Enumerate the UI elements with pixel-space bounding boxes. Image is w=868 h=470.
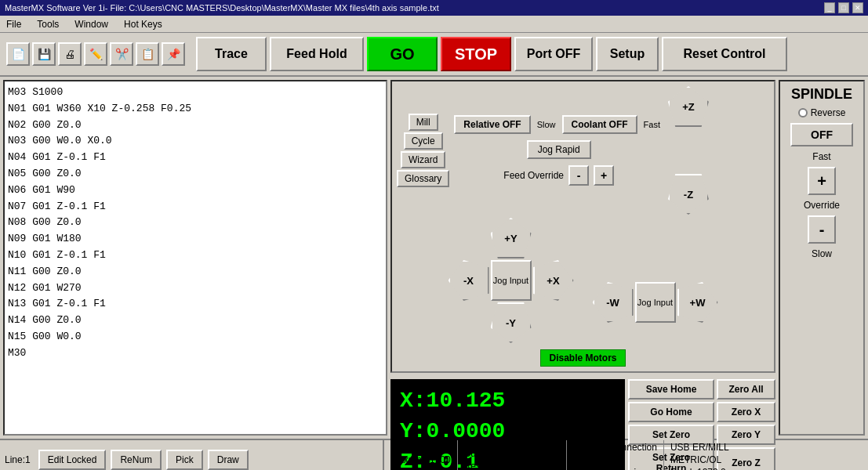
save-icon[interactable]: 💾 bbox=[32, 42, 56, 66]
feed-plus-button[interactable]: + bbox=[594, 165, 614, 186]
jog-rapid-row: Jog Rapid bbox=[454, 140, 663, 159]
wizard-button[interactable]: Wizard bbox=[401, 151, 445, 168]
stop-status-label: Stop bbox=[573, 454, 657, 465]
jog-main-grid: +Y -X Jog Input +X -Y -W bbox=[397, 218, 769, 343]
code-line: N02 G00 Z0.0 bbox=[8, 118, 383, 134]
line-info: Line:1 bbox=[5, 454, 31, 465]
spindle-minus-button[interactable]: - bbox=[808, 215, 836, 244]
feedhold-button[interactable]: Feed Hold bbox=[270, 37, 364, 71]
code-line: M30 bbox=[8, 345, 383, 362]
code-line: N14 G00 Z0.0 bbox=[8, 313, 383, 329]
close-btn[interactable]: ✕ bbox=[852, 2, 863, 13]
control-panel: Mill Cycle Wizard Glossary Relative OFF … bbox=[390, 80, 865, 436]
code-line: N07 G01 Z-0.1 F1 bbox=[8, 199, 383, 215]
edit-icon[interactable]: ✏️ bbox=[84, 42, 107, 66]
stop-button[interactable]: STOP bbox=[441, 37, 511, 71]
status-col-tool: Curr Tool: 1 Reset: Z offset: 0.0000 bbox=[458, 440, 567, 470]
paste-icon[interactable]: 📌 bbox=[162, 42, 185, 66]
jog-input-left-button[interactable]: Jog Input bbox=[491, 260, 532, 301]
go-button[interactable]: GO bbox=[367, 37, 438, 71]
menu-file[interactable]: File bbox=[3, 17, 24, 31]
plus-x-button[interactable]: +X bbox=[533, 260, 574, 301]
maximize-btn[interactable]: □ bbox=[838, 2, 849, 13]
reverse-radio[interactable] bbox=[798, 108, 808, 118]
title-text: MasterMX Software Ver 1i- File: C:\Users… bbox=[5, 3, 439, 13]
curr-tool-label: Curr Tool: bbox=[464, 448, 505, 459]
new-icon[interactable]: 📄 bbox=[6, 42, 30, 66]
disable-motors-button[interactable]: Disable Motors bbox=[540, 349, 625, 367]
plus-y-button[interactable]: +Y bbox=[491, 218, 532, 258]
save-home-button[interactable]: Save Home bbox=[628, 379, 714, 400]
pos-row-1: Save Home Zero All bbox=[628, 379, 775, 400]
main-content: M03 S1000 N01 G01 W360 X10 Z-0.258 F0.25… bbox=[0, 77, 868, 439]
curr-tool-val: 1 bbox=[508, 448, 514, 459]
middle-controls: Mill Cycle Wizard Glossary Relative OFF … bbox=[390, 80, 775, 436]
resetcontrol-button[interactable]: Reset Control bbox=[662, 37, 787, 71]
jog-panel: Mill Cycle Wizard Glossary Relative OFF … bbox=[390, 80, 775, 373]
title-bar: MasterMX Software Ver 1i- File: C:\Users… bbox=[0, 0, 868, 16]
zero-all-button[interactable]: Zero All bbox=[717, 379, 775, 400]
z-offset-label: Z offset: 0.0000 bbox=[494, 461, 559, 470]
copy-icon[interactable]: 📋 bbox=[136, 42, 159, 66]
toolbar: 📄 💾 🖨 ✏️ ✂️ 📋 📌 Trace Feed Hold GO STOP … bbox=[0, 33, 868, 77]
jog-top-row: Mill Cycle Wizard Glossary Relative OFF … bbox=[397, 86, 769, 215]
spindle-panel: SPINDLE Reverse OFF Fast + Override - Sl… bbox=[779, 80, 865, 436]
code-line: N12 G01 W270 bbox=[8, 280, 383, 297]
setup-button[interactable]: Setup bbox=[596, 37, 659, 71]
plus-z-button[interactable]: +Z bbox=[668, 86, 709, 127]
zero-x-button[interactable]: Zero X bbox=[717, 402, 775, 422]
menu-hotkeys[interactable]: Hot Keys bbox=[121, 17, 165, 31]
status-col-rpm: RPM:0 Maxrpm: 1200 In Queue: bbox=[384, 440, 458, 470]
renum-button[interactable]: ReNum bbox=[111, 450, 162, 470]
feed-minus-button[interactable]: - bbox=[568, 165, 589, 186]
spindle-slow-label: Slow bbox=[812, 248, 832, 259]
spindle-plus-button[interactable]: + bbox=[808, 167, 836, 195]
portoff-button[interactable]: Port OFF bbox=[514, 37, 593, 71]
code-line: N13 G01 Z-0.1 F1 bbox=[8, 296, 383, 313]
minimize-btn[interactable]: _ bbox=[824, 2, 835, 13]
minus-w-button[interactable]: -W bbox=[593, 282, 634, 323]
jog-input-right-button[interactable]: Jog Input bbox=[635, 282, 676, 323]
cycle-button[interactable]: Cycle bbox=[404, 132, 443, 150]
menu-tools[interactable]: Tools bbox=[34, 17, 62, 31]
relative-section: Relative OFF Slow Coolant OFF Fast Jog R… bbox=[454, 115, 663, 186]
trace-button[interactable]: Trace bbox=[196, 37, 267, 71]
feed-override-label: Feed Override bbox=[503, 170, 564, 181]
code-line: N10 G01 Z-0.1 F1 bbox=[8, 248, 383, 264]
scissors-icon[interactable]: ✂️ bbox=[110, 42, 133, 66]
reverse-label: Reverse bbox=[811, 107, 846, 118]
mill-button[interactable]: Mill bbox=[409, 114, 438, 131]
usb-label: USB ER/MILL bbox=[670, 442, 729, 453]
fast-label: Fast bbox=[641, 120, 663, 129]
print-icon[interactable]: 🖨 bbox=[58, 42, 82, 66]
rpm-label: RPM:0 bbox=[390, 442, 451, 453]
glossary-button[interactable]: Glossary bbox=[397, 170, 449, 187]
spindle-reverse: Reverse bbox=[798, 107, 846, 118]
code-line: N04 G01 Z-0.1 F1 bbox=[8, 150, 383, 166]
code-line: N05 G00 Z0.0 bbox=[8, 166, 383, 183]
go-home-button[interactable]: Go Home bbox=[628, 402, 714, 422]
code-line: N15 G00 W0.0 bbox=[8, 329, 383, 345]
jog-rapid-button[interactable]: Jog Rapid bbox=[527, 140, 591, 159]
inqueue-label: In Queue: bbox=[390, 467, 451, 470]
coolantoff-button[interactable]: Coolant OFF bbox=[562, 115, 637, 134]
editor-toolbar: Line:1 Edit Locked ReNum Pick Draw bbox=[0, 440, 384, 470]
draw-button[interactable]: Draw bbox=[208, 450, 249, 470]
minus-y-button[interactable]: -Y bbox=[491, 302, 532, 343]
menu-window[interactable]: Window bbox=[71, 17, 111, 31]
minus-x-button[interactable]: -X bbox=[449, 260, 489, 301]
edit-locked-button[interactable]: Edit Locked bbox=[38, 450, 107, 470]
maxrpm-label: Maxrpm: 1200 bbox=[390, 454, 451, 465]
pos-row-2: Go Home Zero X bbox=[628, 402, 775, 422]
pick-button[interactable]: Pick bbox=[166, 450, 203, 470]
code-editor[interactable]: M03 S1000 N01 G01 W360 X10 Z-0.258 F0.25… bbox=[3, 80, 387, 436]
relativeoff-button[interactable]: Relative OFF bbox=[454, 115, 530, 134]
code-line: N08 G00 Z0.0 bbox=[8, 215, 383, 231]
window-controls: _ □ ✕ bbox=[824, 2, 863, 13]
runtime-label: Run Time: 0 mins bbox=[573, 467, 657, 470]
minus-z-button[interactable]: -Z bbox=[668, 174, 709, 215]
spindle-off-button[interactable]: OFF bbox=[790, 123, 853, 146]
relative-row: Relative OFF Slow Coolant OFF Fast bbox=[454, 115, 663, 134]
status-bar: RPM:0 Maxrpm: 1200 In Queue: Curr Tool: … bbox=[384, 440, 868, 470]
plus-w-button[interactable]: +W bbox=[677, 282, 718, 323]
